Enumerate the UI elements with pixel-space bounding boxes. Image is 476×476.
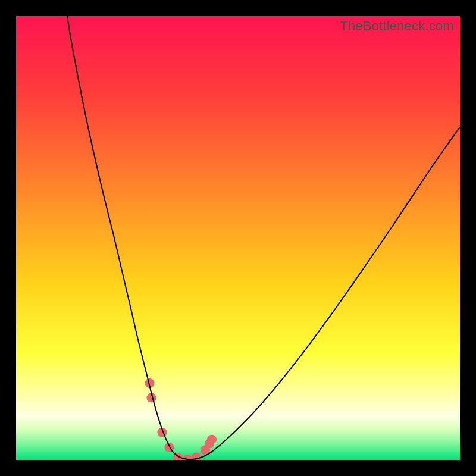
marker-dot (207, 435, 217, 444)
outer-frame: TheBottleneck.com (0, 0, 476, 476)
chart-svg (16, 16, 460, 460)
gradient-background (16, 16, 460, 460)
plot-area: TheBottleneck.com (16, 16, 460, 460)
watermark-text: TheBottleneck.com (340, 18, 454, 34)
